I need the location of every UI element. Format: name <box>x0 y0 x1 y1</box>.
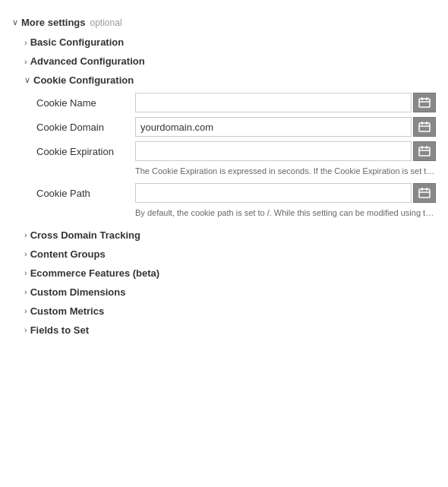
svg-rect-10 <box>426 146 427 149</box>
cookie-name-icon-btn[interactable] <box>413 93 436 112</box>
svg-rect-1 <box>421 97 423 100</box>
advanced-configuration-arrow: › <box>24 57 27 66</box>
advanced-configuration-header[interactable]: › Advanced Configuration <box>24 52 436 71</box>
cookie-configuration-title: Cookie Configuration <box>33 74 134 86</box>
basic-configuration-arrow: › <box>24 38 27 47</box>
cookie-path-label: Cookie Path <box>36 188 135 199</box>
content-groups-header[interactable]: › Content Groups <box>24 245 436 264</box>
cookie-domain-row: Cookie Domain <box>36 117 436 137</box>
cookie-expiration-input[interactable] <box>135 141 412 161</box>
basic-configuration-header[interactable]: › Basic Configuration <box>24 33 436 52</box>
custom-dimensions-arrow: › <box>24 287 27 296</box>
cookie-path-row: Cookie Path <box>36 183 436 203</box>
ecommerce-features-title: Ecommerce Features (beta) <box>30 267 160 279</box>
cookie-domain-icon-btn[interactable] <box>413 117 436 137</box>
cookie-expiration-input-wrapper <box>135 141 436 161</box>
custom-dimensions-title: Custom Dimensions <box>30 286 126 298</box>
svg-rect-13 <box>421 188 423 191</box>
svg-rect-14 <box>426 188 427 191</box>
custom-metrics-title: Custom Metrics <box>30 305 105 317</box>
svg-rect-12 <box>419 189 430 198</box>
more-settings-title: More settings <box>21 17 86 28</box>
cookie-name-label: Cookie Name <box>36 97 135 109</box>
cookie-path-help: By default, the cookie path is set to /.… <box>135 207 436 219</box>
cookie-name-input-wrapper <box>135 93 436 112</box>
cookie-path-input-wrapper <box>135 183 436 203</box>
cookie-path-input[interactable] <box>135 183 412 203</box>
ecommerce-features-header[interactable]: › Ecommerce Features (beta) <box>24 264 436 283</box>
cookie-expiration-row: Cookie Expiration <box>36 141 436 161</box>
cross-domain-tracking-arrow: › <box>24 230 27 239</box>
cookie-name-row: Cookie Name <box>36 93 436 112</box>
custom-metrics-header[interactable]: › Custom Metrics <box>24 302 436 321</box>
cookie-expiration-label: Cookie Expiration <box>36 146 135 157</box>
cookie-path-icon-btn[interactable] <box>413 183 436 203</box>
more-settings-section: ∨ More settings optional › Basic Configu… <box>0 12 448 340</box>
fields-to-set-header[interactable]: › Fields to Set <box>24 321 436 340</box>
content-groups-arrow: › <box>24 249 27 258</box>
cookie-configuration-header[interactable]: ∨ Cookie Configuration <box>24 71 436 90</box>
more-settings-arrow: ∨ <box>12 17 18 27</box>
svg-rect-4 <box>419 123 430 131</box>
cross-domain-tracking-title: Cross Domain Tracking <box>30 229 140 241</box>
cookie-domain-input-wrapper <box>135 117 436 137</box>
svg-rect-6 <box>426 122 427 125</box>
cookie-name-input[interactable] <box>135 93 412 112</box>
ecommerce-features-arrow: › <box>24 268 27 277</box>
more-settings-optional: optional <box>90 17 122 28</box>
svg-rect-5 <box>421 122 423 125</box>
svg-rect-2 <box>426 97 427 100</box>
cookie-configuration-arrow: ∨ <box>24 75 30 85</box>
cookie-domain-label: Cookie Domain <box>36 122 135 133</box>
svg-rect-9 <box>421 146 423 149</box>
cookie-expiration-help: The Cookie Expiration is expressed in se… <box>135 166 436 177</box>
more-settings-header[interactable]: ∨ More settings optional <box>12 12 436 33</box>
calendar-icon <box>418 121 431 133</box>
content-groups-title: Content Groups <box>30 248 106 260</box>
svg-rect-0 <box>419 99 430 107</box>
subsections-container: › Basic Configuration › Advanced Configu… <box>24 33 436 340</box>
calendar-icon <box>418 145 431 157</box>
cookie-domain-input[interactable] <box>135 117 412 137</box>
calendar-icon <box>418 187 431 199</box>
fields-to-set-arrow: › <box>24 325 27 334</box>
cookie-configuration-content: Cookie Name Cookie Domain <box>36 93 436 220</box>
custom-metrics-arrow: › <box>24 306 27 315</box>
fields-to-set-title: Fields to Set <box>30 324 89 336</box>
cookie-expiration-icon-btn[interactable] <box>413 141 436 161</box>
custom-dimensions-header[interactable]: › Custom Dimensions <box>24 283 436 302</box>
advanced-configuration-title: Advanced Configuration <box>30 55 145 67</box>
cross-domain-tracking-header[interactable]: › Cross Domain Tracking <box>24 226 436 245</box>
svg-rect-8 <box>419 147 430 156</box>
calendar-icon <box>418 96 431 109</box>
basic-configuration-title: Basic Configuration <box>30 36 125 48</box>
